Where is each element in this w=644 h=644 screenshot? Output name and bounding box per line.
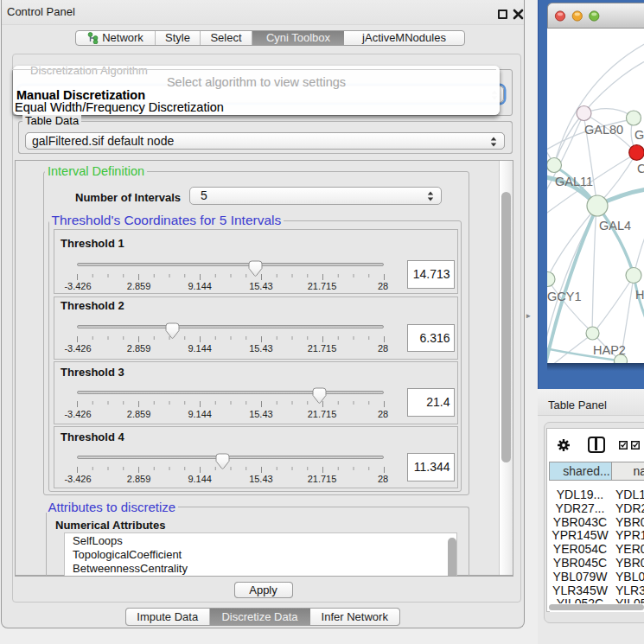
svg-text:GAL1: GAL1 [634,127,644,141]
svg-text:GAL11: GAL11 [555,174,593,188]
svg-text:GAL80: GAL80 [584,122,623,136]
svg-text:GCY1: GCY1 [547,289,582,303]
svg-text:CYC8: CYC8 [637,161,644,175]
svg-text:GAL4: GAL4 [599,218,631,232]
svg-text:HAP2: HAP2 [593,342,626,356]
svg-text:HIS4: HIS4 [635,287,644,301]
